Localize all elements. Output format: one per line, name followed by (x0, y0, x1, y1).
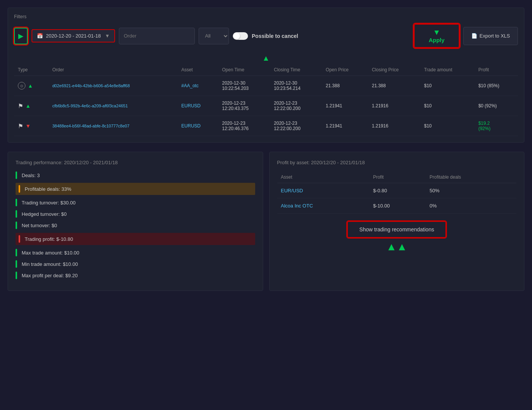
stat-bar-indicator (16, 272, 17, 279)
chevron-up-indicator: ▲ (14, 52, 518, 64)
asset-name: EURUSD (182, 123, 201, 129)
arrow-right-icon: ▶ (18, 32, 24, 40)
profit-cell-asset: Alcoa Inc OTC (277, 198, 369, 214)
export-icon: 📄 (471, 33, 477, 39)
chevron-down-icon: ▼ (105, 33, 110, 39)
all-select[interactable]: All (199, 28, 229, 44)
stat-row: Net turnover: $0 (16, 221, 255, 229)
cell-asset: EURUSD (178, 96, 218, 116)
profit-table-row: EUR/USD $-0.80 50% (277, 183, 517, 198)
cell-open-price: 21.388 (322, 76, 368, 96)
stat-row: Max profit per deal: $9.20 (16, 272, 255, 279)
col-open-time: Open Time (218, 64, 270, 76)
profit-cell-asset: EUR/USD (277, 183, 369, 198)
stat-label: Min trade amount: $10.00 (22, 261, 255, 267)
cell-order: 38488ee4-b56f-48ad-abfe-8c10777c8e07 (49, 116, 178, 136)
stat-row: Profitable deals: 33% (16, 183, 255, 195)
profit-table-row: Alcoa Inc OTC $-10.00 0% (277, 198, 517, 214)
stat-label: Profitable deals: 33% (25, 186, 252, 192)
cell-order: d02e6921-e44b-42bb-b606-a54e8e8aff68 (49, 76, 178, 96)
direction-down-icon: ▼ (25, 123, 31, 129)
stat-bar-indicator (16, 221, 17, 229)
table-row: ⚑ ▼ 38488ee4-b56f-48ad-abfe-8c10777c8e07… (14, 116, 518, 136)
profit-table: Asset Profit Profitable deals EUR/USD $-… (277, 171, 517, 214)
cell-profit: $10 (85%) (475, 76, 518, 96)
stat-label: Trading turnover: $30.00 (22, 200, 255, 206)
col-trade-amount: Trade amount (420, 64, 475, 76)
profit-by-asset-panel: Profit by asset: 2020/12/20 - 2021/01/18… (269, 152, 525, 291)
stat-label: Max trade amount: $10.00 (22, 250, 255, 256)
calendar-icon: 📅 (37, 33, 43, 39)
apply-label: Apply (429, 37, 445, 43)
stat-bar-indicator (16, 260, 17, 268)
stat-row: Trading profit: $-10.80 (16, 233, 255, 245)
direction-up-icon: ▲ (28, 83, 33, 89)
bottom-row: Trading performance: 2020/12/20 - 2021/0… (8, 152, 524, 291)
trading-performance-title: Trading performance: 2020/12/20 - 2021/0… (16, 160, 255, 165)
cell-open-time: 2020-12-23 12:20:43.375 (218, 96, 270, 116)
possible-cancel-toggle[interactable] (233, 32, 248, 40)
profit-cell-profitable-deals: 0% (426, 198, 516, 214)
cell-closing-price: 21.388 (368, 76, 420, 96)
cell-trade-amount: $10 (420, 76, 475, 96)
cell-open-price: 1.21941 (322, 96, 368, 116)
recommendation-arrows-icon: ▲▲ (277, 241, 517, 253)
date-range-filter[interactable]: 📅 2020-12-20 - 2021-01-18 ▼ (32, 29, 115, 42)
col-order: Order (49, 64, 178, 76)
stat-label: Deals: 3 (22, 173, 255, 178)
flag-type-icon: ⚑ (18, 123, 23, 130)
order-input[interactable] (119, 28, 195, 44)
apply-button[interactable]: ▼ Apply (414, 24, 459, 48)
stat-label: Trading profit: $-10.80 (25, 236, 252, 242)
trading-performance-panel: Trading performance: 2020/12/20 - 2021/0… (8, 152, 263, 291)
asset-name: #AA_otc (182, 83, 199, 88)
toggle-container: Possible to cancel (233, 32, 298, 40)
cell-closing-price: 1.21916 (368, 116, 420, 136)
order-type-icon: ⊙ (18, 82, 25, 90)
stat-bar-indicator (16, 171, 17, 179)
date-range-value: 2020-12-20 - 2021-01-18 (46, 33, 101, 39)
apply-arrow-icon: ▼ (433, 28, 440, 36)
filter-row: ▶ 📅 2020-12-20 - 2021-01-18 ▼ All Possib… (14, 24, 518, 48)
asset-name: EURUSD (182, 103, 201, 108)
show-rec-label: Show trading recommendations (359, 226, 434, 232)
profit-cell-profit: $-10.00 (369, 198, 426, 214)
cell-open-time: 2020-12-30 10:22:54.203 (218, 76, 270, 96)
profit-cell-profitable-deals: 50% (426, 183, 516, 198)
cell-open-price: 1.21941 (322, 116, 368, 136)
show-recommendations-button[interactable]: Show trading recommendations (347, 221, 446, 238)
cell-profit: $0 (92%) (475, 96, 518, 116)
table-row: ⊙ ▲ d02e6921-e44b-42bb-b606-a54e8e8aff68… (14, 76, 518, 96)
stat-row: Deals: 3 (16, 171, 255, 179)
cell-trade-amount: $10 (420, 116, 475, 136)
stat-label: Net turnover: $0 (22, 223, 255, 228)
filter-arrow-button[interactable]: ▶ (14, 28, 28, 44)
profit-table-header: Asset Profit Profitable deals (277, 171, 517, 183)
table-row: ⚑ ▲ cfb6b8c5-992b-4e6c-a209-af6f3ca24651… (14, 96, 518, 116)
col-closing-time: Closing Time (270, 64, 322, 76)
col-type: Type (14, 64, 49, 76)
cell-open-time: 2020-12-23 12:20:46.376 (218, 116, 270, 136)
show-recommendations-container: Show trading recommendations ▲▲ (277, 221, 517, 268)
all-filter-container: All (199, 28, 229, 44)
flag-type-icon: ⚑ (18, 102, 23, 110)
profit-col-asset: Asset (277, 171, 369, 183)
export-label: Export to XLS (480, 33, 510, 39)
export-button[interactable]: 📄 Export to XLS (463, 27, 518, 45)
cell-order: cfb6b8c5-992b-4e6c-a209-af6f3ca24651 (49, 96, 178, 116)
stat-bar-indicator (19, 185, 20, 193)
col-closing-price: Closing Price (368, 64, 420, 76)
stat-label: Max profit per deal: $9.20 (22, 273, 255, 278)
stat-bar-indicator (16, 210, 17, 218)
top-panel: Filters ▶ 📅 2020-12-20 - 2021-01-18 ▼ Al… (8, 8, 524, 143)
stat-row: Max trade amount: $10.00 (16, 249, 255, 256)
stat-label: Hedged turnover: $0 (22, 211, 255, 217)
cell-type: ⊙ ▲ (14, 76, 49, 96)
cell-type: ⚑ ▲ (14, 96, 49, 116)
order-id: cfb6b8c5-992b-4e6c-a209-af6f3ca24651 (52, 104, 128, 108)
possible-cancel-label: Possible to cancel (252, 33, 298, 39)
direction-up-icon: ▲ (25, 103, 31, 109)
trades-table: Type Order Asset Open Time Closing Time … (14, 64, 518, 136)
profit-col-profitable-deals: Profitable deals (426, 171, 516, 183)
cell-type: ⚑ ▼ (14, 116, 49, 136)
